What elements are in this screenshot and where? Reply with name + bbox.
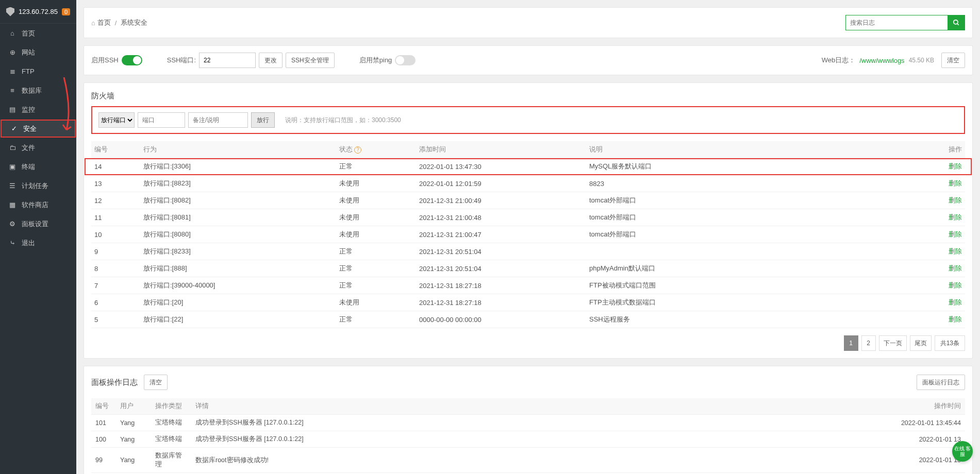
page-2[interactable]: 2 [861,335,876,351]
sidebar: 123.60.72.85 0 ⌂首页⊕网站≣FTP≡数据库▤监控✓安全🗀文件▣终… [0,0,76,474]
page-next[interactable]: 下一页 [879,335,907,351]
ssh-toggle[interactable] [122,55,142,65]
log-row: 101Yang宝塔终端成功登录到SSH服务器 [127.0.0.1:22]202… [91,415,965,431]
firewall-row: 12放行端口:[8082]未使用2021-12-31 21:00:49tomca… [91,192,965,209]
sidebar-item-label: 终端 [22,162,35,172]
delete-link[interactable]: 删除 [949,264,962,272]
sidebar-item-security[interactable]: ✓安全 [1,120,76,138]
cell-addtime: 2021-12-31 18:27:18 [416,277,586,294]
sidebar-item-file[interactable]: 🗀文件 [0,138,76,157]
search-button[interactable] [948,15,965,30]
delete-link[interactable]: 删除 [949,196,962,204]
log-type: 宝塔终端 [151,431,191,448]
log-col-user: 用户 [116,398,151,415]
log-type: 数据库管理 [151,448,191,473]
cell-status: 正常 [336,311,416,328]
cell-status: 正常 [336,158,416,175]
firewall-row: 9放行端口:[8233]正常2021-12-31 20:51:04删除 [91,243,965,260]
delete-link[interactable]: 删除 [949,230,962,238]
log-id: 99 [91,448,116,473]
breadcrumb: ⌂ 首页 / 系统安全 [91,18,147,27]
sidebar-item-site[interactable]: ⊕网站 [0,43,76,62]
log-id: 101 [91,415,116,431]
sidebar-item-label: 安全 [23,124,37,133]
svg-point-0 [954,20,958,24]
log-detail: 成功登录到SSH服务器 [127.0.0.1:22] [191,415,883,431]
firewall-hint: 说明：支持放行端口范围，如：3000:3500 [285,116,401,125]
ssh-change-button[interactable]: 更改 [259,53,283,68]
delete-link[interactable]: 删除 [949,213,962,221]
delete-link[interactable]: 删除 [949,247,962,255]
sidebar-item-terminal[interactable]: ▣终端 [0,157,76,176]
log-user: Yang [116,431,151,448]
cell-status: 未使用 [336,175,416,192]
cell-action: 放行端口:[3306] [140,158,336,175]
sidebar-item-label: 首页 [22,29,35,38]
sidebar-item-settings[interactable]: ⚙面板设置 [0,214,76,233]
col-id: 编号 [91,141,140,158]
sidebar-item-home[interactable]: ⌂首页 [0,24,76,43]
weblog-label: Web日志： [822,56,856,65]
sidebar-item-store[interactable]: ▦软件商店 [0,195,76,214]
delete-link[interactable]: 删除 [949,315,962,323]
cell-action: 放行端口:[8082] [140,192,336,209]
cell-action: 放行端口:[888] [140,260,336,277]
firewall-mode-select[interactable]: 放行端口 [98,112,135,128]
search-input[interactable] [845,15,948,30]
cell-status: 未使用 [336,294,416,311]
breadcrumb-current: 系统安全 [121,18,147,27]
ssh-port-input[interactable] [199,53,256,68]
log-detail: 数据库root密码修改成功! [191,448,883,473]
delete-link[interactable]: 删除 [949,281,962,289]
delete-link[interactable]: 删除 [949,162,962,170]
shield-icon [6,7,14,16]
delete-link[interactable]: 删除 [949,298,962,306]
logs-header: 面板操作日志 清空 面板运行日志 [84,366,972,398]
weblog-path-link[interactable]: /www/wwwlogs [859,57,904,64]
firewall-go-button[interactable]: 放行 [251,112,275,128]
page-1[interactable]: 1 [844,335,858,351]
online-support-button[interactable]: 在线 客服 [952,441,973,462]
svg-line-1 [957,24,959,25]
notification-badge[interactable]: 0 [62,8,70,15]
logs-clear-button[interactable]: 清空 [144,375,168,390]
weblog-clear-button[interactable]: 清空 [941,53,965,68]
cell-id: 9 [91,243,140,260]
run-log-button[interactable]: 面板运行日志 [917,375,965,390]
log-row: 100Yang宝塔终端成功登录到SSH服务器 [127.0.0.1:22]202… [91,431,965,448]
home-icon: ⌂ [91,19,95,27]
help-icon[interactable]: ? [354,146,361,154]
firewall-port-input[interactable] [138,112,185,128]
weblog-size: 45.50 KB [909,57,934,64]
sidebar-item-ftp[interactable]: ≣FTP [0,62,76,81]
cell-addtime: 2021-12-31 20:51:04 [416,243,586,260]
page-total: 共13条 [935,335,965,351]
sidebar-header: 123.60.72.85 0 [0,0,76,24]
cell-id: 14 [91,158,140,175]
ssh-manage-button[interactable]: SSH安全管理 [286,53,335,68]
page-last[interactable]: 尾页 [910,335,932,351]
sidebar-item-monitor[interactable]: ▤监控 [0,100,76,119]
ban-ping-toggle[interactable] [395,55,416,65]
cell-desc [586,243,929,260]
sidebar-item-exit[interactable]: ⤷退出 [0,233,76,252]
sidebar-item-db[interactable]: ≡数据库 [0,81,76,100]
log-user: Yang [116,448,151,473]
cell-action: 放行端口:[39000-40000] [140,277,336,294]
security-icon: ✓ [10,125,18,133]
firewall-row: 14放行端口:[3306]正常2022-01-01 13:47:30MySQL服… [91,158,965,175]
cell-action: 放行端口:[8233] [140,243,336,260]
breadcrumb-row: ⌂ 首页 / 系统安全 [84,8,972,38]
logs-header-row: 编号 用户 操作类型 详情 操作时间 [91,398,965,415]
file-icon: 🗀 [8,144,16,152]
delete-link[interactable]: 删除 [949,179,962,187]
settings-icon: ⚙ [8,220,16,228]
firewall-remark-input[interactable] [188,112,248,128]
breadcrumb-home[interactable]: 首页 [97,18,111,27]
search-box [845,15,965,30]
sidebar-item-label: 监控 [22,105,35,114]
sidebar-item-label: 数据库 [22,86,42,95]
sidebar-nav: ⌂首页⊕网站≣FTP≡数据库▤监控✓安全🗀文件▣终端☰计划任务▦软件商店⚙面板设… [0,24,76,252]
pager: 12下一页尾页共13条 [84,328,972,358]
sidebar-item-cron[interactable]: ☰计划任务 [0,176,76,195]
